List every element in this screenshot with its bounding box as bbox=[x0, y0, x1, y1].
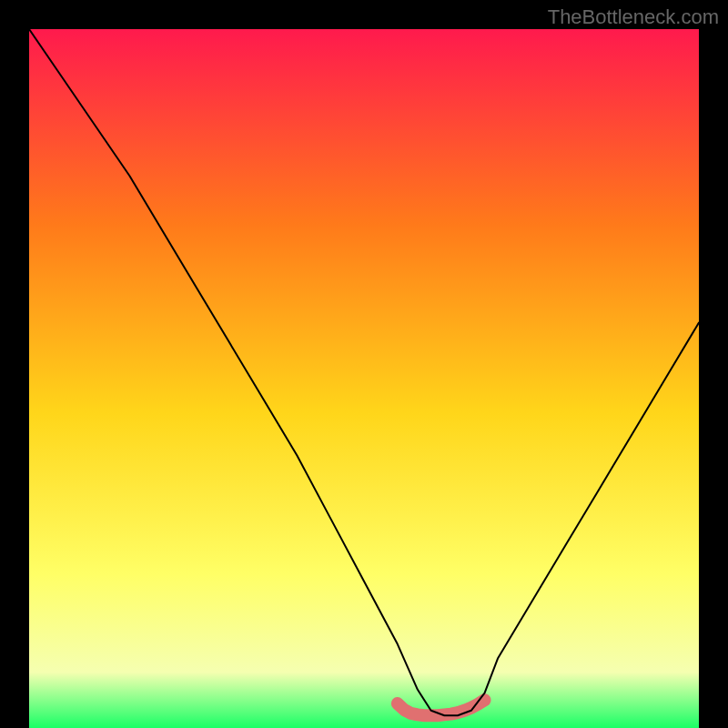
chart-svg bbox=[29, 29, 699, 728]
watermark-text: TheBottleneck.com bbox=[548, 5, 719, 29]
gradient-background bbox=[29, 29, 699, 728]
plot-area bbox=[29, 29, 699, 728]
chart-frame: TheBottleneck.com bbox=[0, 0, 728, 728]
